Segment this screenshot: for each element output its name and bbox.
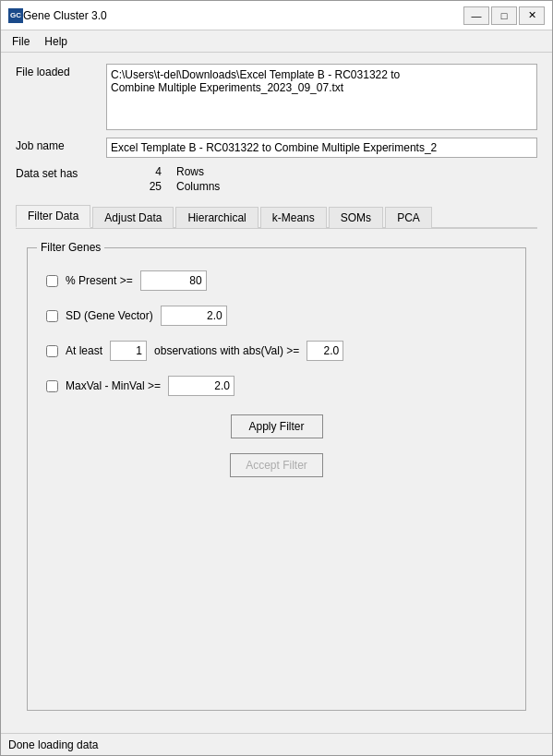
percent-present-input[interactable] bbox=[140, 270, 207, 291]
at-least-row: At least observations with abs(Val) >= bbox=[46, 341, 507, 361]
file-loaded-textarea[interactable]: C:\Users\t-del\Downloads\Excel Template … bbox=[106, 64, 537, 130]
job-name-input[interactable] bbox=[106, 138, 537, 158]
sd-gene-input[interactable] bbox=[161, 306, 227, 326]
accept-filter-row: Accept Filter bbox=[46, 453, 507, 477]
main-content: File loaded C:\Users\t-del\Downloads\Exc… bbox=[1, 53, 552, 733]
window-title: Gene Cluster 3.0 bbox=[23, 9, 463, 22]
info-section: File loaded C:\Users\t-del\Downloads\Exc… bbox=[16, 64, 537, 193]
menu-file[interactable]: File bbox=[5, 33, 37, 50]
status-bar: Done loading data bbox=[1, 733, 552, 755]
rows-line: 4 Rows bbox=[106, 165, 220, 178]
maxval-minval-label: MaxVal - MinVal >= bbox=[66, 379, 161, 392]
job-name-label: Job name bbox=[16, 138, 99, 152]
tab-pca[interactable]: PCA bbox=[385, 207, 432, 228]
minimize-button[interactable]: — bbox=[463, 6, 489, 25]
rows-label: Rows bbox=[176, 165, 204, 178]
app-icon: GC bbox=[8, 8, 23, 23]
percent-present-checkbox[interactable] bbox=[46, 275, 58, 287]
tab-hierarchical[interactable]: Hierarchical bbox=[175, 207, 258, 228]
sd-gene-checkbox[interactable] bbox=[46, 310, 58, 322]
tab-filter-data[interactable]: Filter Data bbox=[16, 205, 90, 228]
title-bar: GC Gene Cluster 3.0 — □ ✕ bbox=[1, 1, 552, 30]
job-name-row: Job name bbox=[16, 138, 537, 158]
sd-gene-label: SD (Gene Vector) bbox=[66, 309, 153, 322]
sd-gene-row: SD (Gene Vector) bbox=[46, 306, 507, 326]
file-loaded-row: File loaded C:\Users\t-del\Downloads\Exc… bbox=[16, 64, 537, 130]
maxval-minval-input[interactable] bbox=[168, 376, 234, 396]
tab-soms[interactable]: SOMs bbox=[329, 207, 383, 228]
abs-val-input[interactable] bbox=[307, 341, 343, 361]
filter-genes-group: Filter Genes % Present >= SD (Gene Vecto… bbox=[27, 247, 526, 711]
accept-filter-button[interactable]: Accept Filter bbox=[230, 453, 323, 477]
dataset-values: 4 Rows 25 Columns bbox=[106, 165, 220, 193]
status-text: Done loading data bbox=[8, 738, 98, 751]
at-least-checkbox[interactable] bbox=[46, 345, 58, 357]
filter-genes-legend: Filter Genes bbox=[37, 241, 104, 254]
title-bar-controls: — □ ✕ bbox=[463, 6, 545, 25]
percent-present-row: % Present >= bbox=[46, 270, 507, 291]
cols-label: Columns bbox=[176, 180, 220, 193]
maxval-minval-checkbox[interactable] bbox=[46, 380, 58, 392]
dataset-label: Data set has bbox=[16, 165, 99, 180]
cols-line: 25 Columns bbox=[106, 180, 220, 193]
dataset-row: Data set has 4 Rows 25 Columns bbox=[16, 165, 537, 193]
main-window: GC Gene Cluster 3.0 — □ ✕ File Help File… bbox=[0, 0, 553, 756]
menu-bar: File Help bbox=[1, 30, 552, 53]
tabs-container: Filter Data Adjust Data Hierarchical k-M… bbox=[16, 204, 537, 229]
tab-adjust-data[interactable]: Adjust Data bbox=[92, 207, 174, 228]
cols-count: 25 bbox=[106, 180, 162, 193]
tab-content: Filter Genes % Present >= SD (Gene Vecto… bbox=[16, 236, 537, 722]
apply-filter-row: Apply Filter bbox=[46, 414, 507, 438]
apply-filter-button[interactable]: Apply Filter bbox=[231, 414, 323, 438]
maximize-button[interactable]: □ bbox=[491, 6, 517, 25]
close-button[interactable]: ✕ bbox=[519, 6, 545, 25]
maxval-minval-row: MaxVal - MinVal >= bbox=[46, 376, 507, 396]
at-least-input[interactable] bbox=[110, 341, 147, 361]
percent-present-label: % Present >= bbox=[66, 274, 133, 287]
rows-count: 4 bbox=[106, 165, 162, 178]
at-least-prefix: At least bbox=[66, 344, 102, 357]
at-least-suffix: observations with abs(Val) >= bbox=[154, 344, 299, 357]
menu-help[interactable]: Help bbox=[37, 33, 75, 50]
filter-rows: % Present >= SD (Gene Vector) At least bbox=[46, 270, 507, 396]
file-loaded-label: File loaded bbox=[16, 64, 99, 78]
tab-kmeans[interactable]: k-Means bbox=[260, 207, 327, 228]
